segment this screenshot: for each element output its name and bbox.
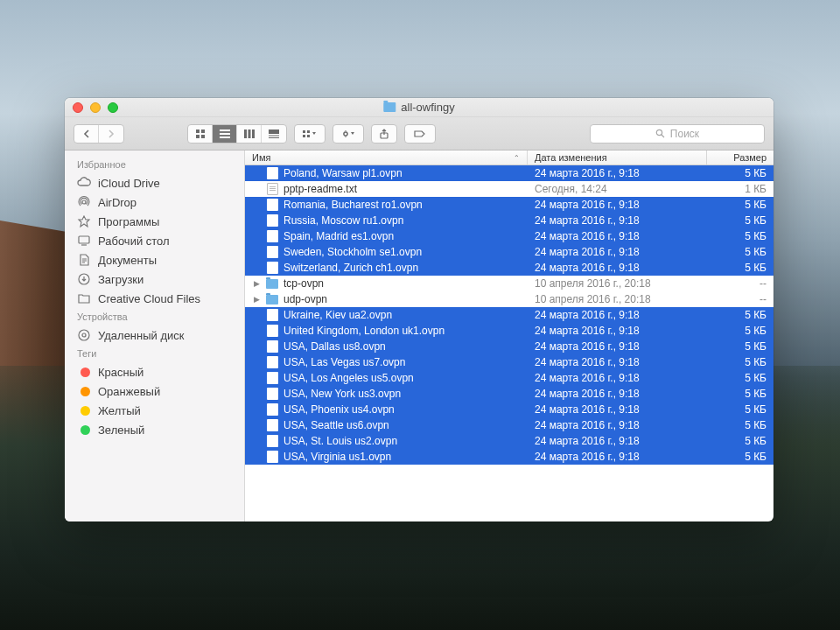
svg-point-19 [656, 130, 662, 135]
sidebar-item[interactable]: Рабочий стол [65, 231, 244, 250]
file-row[interactable]: ▶USA, Las Vegas us7.ovpn24 марта 2016 г.… [245, 354, 774, 370]
zoom-button[interactable] [108, 102, 118, 113]
sidebar-item[interactable]: iCloud Drive [65, 173, 244, 192]
share-button[interactable] [372, 125, 396, 143]
ovpn-icon [266, 419, 278, 431]
file-row[interactable]: ▶USA, St. Louis us2.ovpn24 марта 2016 г.… [245, 433, 774, 449]
file-size: 5 КБ [707, 356, 774, 368]
file-row[interactable]: ▶Romania, Bucharest ro1.ovpn24 марта 201… [245, 197, 774, 213]
sidebar-item[interactable]: Creative Cloud Files [65, 289, 244, 308]
file-date: 24 марта 2016 г., 9:18 [528, 356, 707, 368]
view-list-button[interactable] [213, 125, 237, 143]
minimize-button[interactable] [90, 102, 101, 113]
file-size: 5 КБ [707, 340, 774, 353]
sidebar-section-header: Теги [65, 345, 244, 362]
view-icons-button[interactable] [188, 125, 213, 143]
action-button[interactable] [333, 125, 363, 143]
file-date: 24 марта 2016 г., 9:18 [528, 451, 707, 463]
file-row[interactable]: ▶Poland, Warsaw pl1.ovpn24 марта 2016 г.… [245, 165, 774, 181]
column-name[interactable]: Имя⌃ [245, 150, 528, 164]
ovpn-icon [266, 451, 278, 463]
sidebar-item[interactable]: AirDrop [65, 192, 244, 212]
cloud-icon [77, 176, 91, 190]
ovpn-icon [266, 246, 278, 258]
file-size: 5 КБ [707, 167, 774, 179]
file-name: pptp-readme.txt [284, 183, 357, 195]
file-list[interactable]: ▶Poland, Warsaw pl1.ovpn24 марта 2016 г.… [245, 165, 774, 522]
file-date: 24 марта 2016 г., 9:18 [528, 214, 707, 227]
folder-icon [77, 291, 91, 305]
tags-button[interactable] [405, 125, 435, 143]
ovpn-icon [266, 230, 278, 242]
ovpn-icon [266, 325, 278, 337]
file-row[interactable]: ▶USA, Dallas us8.ovpn24 марта 2016 г., 9… [245, 339, 774, 354]
sidebar-item[interactable]: Программы [65, 212, 244, 231]
desktop-icon [77, 234, 91, 248]
svg-rect-7 [244, 130, 247, 138]
svg-point-28 [79, 330, 89, 340]
titlebar[interactable]: all-owfingy [65, 98, 774, 117]
file-size: -- [707, 293, 774, 305]
file-name: USA, New York us3.ovpn [284, 388, 401, 400]
disc-icon [77, 328, 91, 342]
sidebar-item[interactable]: Красный [65, 362, 244, 382]
back-button[interactable] [74, 125, 99, 143]
disclosure-triangle-icon[interactable]: ▶ [252, 279, 261, 288]
file-name: USA, Los Angeles us5.ovpn [284, 372, 414, 384]
file-date: 24 марта 2016 г., 9:18 [528, 262, 707, 274]
file-date: 10 апреля 2016 г., 20:18 [528, 293, 707, 305]
sidebar-item[interactable]: Удаленный диск [65, 326, 244, 345]
tag-icon [77, 384, 91, 398]
sidebar-item[interactable]: Желтый [65, 401, 244, 420]
column-date[interactable]: Дата изменения [528, 150, 707, 164]
forward-button[interactable] [99, 125, 123, 143]
disclosure-triangle-icon[interactable]: ▶ [252, 295, 261, 304]
svg-rect-15 [307, 130, 310, 133]
view-columns-button[interactable] [237, 125, 262, 143]
sidebar-item[interactable]: Зеленый [65, 420, 244, 439]
svg-rect-1 [201, 130, 205, 133]
arrange-button[interactable] [295, 125, 325, 143]
tag-icon [77, 423, 91, 437]
nav-buttons [74, 124, 124, 144]
file-row[interactable]: ▶USA, Phoenix us4.ovpn24 марта 2016 г., … [245, 402, 774, 417]
file-name: Russia, Moscow ru1.ovpn [284, 214, 403, 227]
file-size: 5 КБ [707, 214, 774, 227]
file-row[interactable]: ▶Spain, Madrid es1.ovpn24 марта 2016 г.,… [245, 228, 774, 244]
file-row[interactable]: ▶udp-ovpn10 апреля 2016 г., 20:18-- [245, 291, 774, 307]
file-row[interactable]: ▶USA, Virginia us1.ovpn24 марта 2016 г.,… [245, 449, 774, 465]
svg-line-20 [662, 135, 664, 137]
svg-rect-8 [248, 130, 250, 138]
file-name: Romania, Bucharest ro1.ovpn [284, 199, 423, 211]
file-row[interactable]: ▶Russia, Moscow ru1.ovpn24 марта 2016 г.… [245, 213, 774, 228]
search-placeholder: Поиск [670, 128, 699, 140]
file-row[interactable]: ▶Switzerland, Zurich ch1.ovpn24 марта 20… [245, 260, 774, 276]
file-date: 24 марта 2016 г., 9:18 [528, 340, 707, 353]
file-name: Switzerland, Zurich ch1.ovpn [284, 262, 418, 274]
sidebar-item-label: Удаленный диск [98, 329, 184, 342]
sidebar-section-header: Избранное [65, 156, 244, 173]
view-coverflow-button[interactable] [262, 125, 286, 143]
svg-rect-9 [252, 130, 255, 138]
file-row[interactable]: ▶United Kingdom, London uk1.ovpn24 марта… [245, 323, 774, 339]
file-row[interactable]: ▶USA, Seattle us6.ovpn24 марта 2016 г., … [245, 417, 774, 433]
svg-rect-4 [220, 130, 230, 131]
traffic-lights [65, 102, 118, 113]
file-row[interactable]: ▶tcp-ovpn10 апреля 2016 г., 20:18-- [245, 276, 774, 291]
file-date: 24 марта 2016 г., 9:18 [528, 372, 707, 384]
folder-icon [266, 277, 278, 290]
folder-icon [266, 293, 278, 305]
close-button[interactable] [73, 102, 83, 113]
sidebar-item[interactable]: Оранжевый [65, 382, 244, 401]
sidebar-item[interactable]: Загрузки [65, 270, 244, 289]
column-size[interactable]: Размер [707, 150, 774, 164]
search-field[interactable]: Поиск [590, 124, 765, 144]
downloads-icon [77, 272, 91, 286]
file-row[interactable]: ▶Ukraine, Kiev ua2.ovpn24 марта 2016 г.,… [245, 307, 774, 323]
file-row[interactable]: ▶Sweden, Stockholm se1.ovpn24 марта 2016… [245, 244, 774, 260]
file-row[interactable]: ▶USA, New York us3.ovpn24 марта 2016 г.,… [245, 386, 774, 402]
file-row[interactable]: ▶pptp-readme.txtСегодня, 14:241 КБ [245, 181, 774, 197]
file-row[interactable]: ▶USA, Los Angeles us5.ovpn24 марта 2016 … [245, 370, 774, 386]
sidebar-item[interactable]: Документы [65, 250, 244, 270]
file-date: 24 марта 2016 г., 9:18 [528, 167, 707, 179]
